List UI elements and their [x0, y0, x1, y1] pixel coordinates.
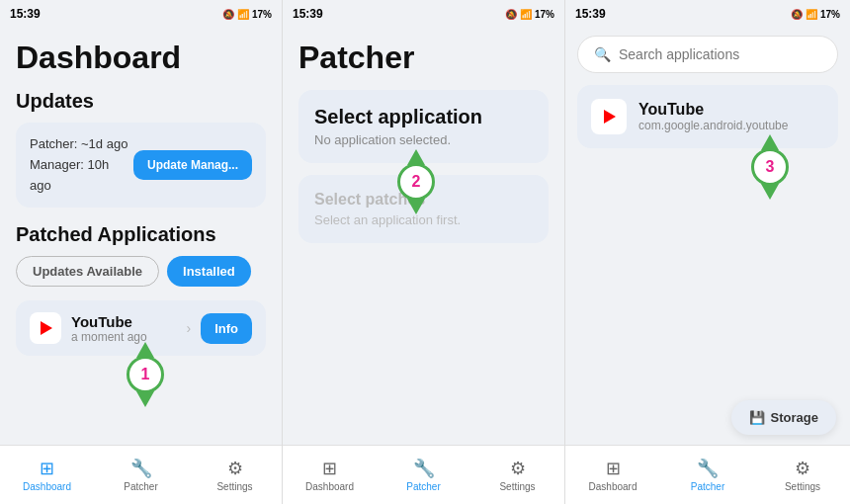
updates-text: Patcher: ~1d ago Manager: 10h ago	[30, 134, 133, 196]
app-name: YouTube	[71, 313, 177, 330]
step-circle-1: 1	[127, 356, 164, 393]
search-input[interactable]	[619, 46, 821, 62]
nav-dashboard-3[interactable]: ⊞ Dashboard	[583, 458, 642, 492]
storage-button[interactable]: 💾 Storage	[731, 400, 836, 435]
time-2: 15:39	[293, 7, 323, 21]
update-manager-button[interactable]: Update Manag...	[133, 150, 252, 180]
youtube-icon	[30, 312, 61, 344]
nav-dashboard-label-1: Dashboard	[23, 481, 71, 492]
search-panel: 15:39 🔕 📶 17% 🔍 YouTube com.google.andro…	[565, 0, 850, 504]
step-2-marker: 2	[397, 149, 435, 214]
settings-nav-icon-2: ⚙	[510, 458, 526, 479]
patcher-nav-icon-3: 🔧	[697, 458, 719, 479]
nav-patcher-label-1: Patcher	[124, 481, 157, 492]
patcher-nav-icon: 🔧	[130, 458, 152, 479]
updates-section-title: Updates	[16, 90, 266, 113]
nav-settings-label-3: Settings	[785, 481, 820, 492]
status-bar-1: 15:39 🔕 📶 17%	[0, 0, 282, 28]
chevron-icon: ›	[187, 320, 192, 336]
patcher-update-text: Patcher: ~1d ago	[30, 134, 133, 155]
nav-patcher-2[interactable]: 🔧 Patcher	[394, 458, 454, 492]
nav-dashboard-label-2: Dashboard	[305, 481, 354, 492]
nav-settings-label-2: Settings	[499, 481, 535, 492]
nav-settings-3[interactable]: ⚙ Settings	[773, 458, 832, 492]
status-bar-2: 15:39 🔕 📶 17%	[283, 0, 564, 28]
patcher-content: Patcher Select application No applicatio…	[283, 28, 564, 445]
dashboard-nav-icon-3: ⊞	[606, 458, 621, 479]
bottom-nav-2: ⊞ Dashboard 🔧 Patcher ⚙ Settings	[283, 445, 564, 504]
step-1-marker: 1	[127, 342, 164, 407]
patcher-title: Patcher	[298, 40, 549, 76]
tab-installed[interactable]: Installed	[167, 256, 251, 287]
select-app-card[interactable]: Select application No application select…	[298, 90, 549, 163]
nav-dashboard-1[interactable]: ⊞ Dashboard	[18, 458, 77, 492]
search-content: 🔍 YouTube com.google.android.youtube 3	[565, 28, 850, 445]
result-youtube-icon	[591, 99, 627, 134]
mute-icon: 🔕	[222, 9, 234, 20]
youtube-app-card[interactable]: YouTube a moment ago › Info 1	[16, 300, 266, 356]
result-info: YouTube com.google.android.youtube	[638, 101, 788, 132]
step-pin-2	[407, 199, 425, 214]
status-icons-2: 🔕 📶 17%	[505, 9, 554, 20]
status-icons-1: 🔕 📶 17%	[222, 9, 272, 20]
storage-icon: 💾	[749, 410, 765, 425]
nav-settings-label-1: Settings	[216, 481, 252, 492]
settings-nav-icon-3: ⚙	[795, 458, 810, 479]
bottom-nav-3: ⊞ Dashboard 🔧 Patcher ⚙ Settings	[565, 445, 850, 504]
status-icons-3: 🔕 📶 17%	[791, 9, 840, 20]
wifi-icon-2: 📶	[520, 9, 532, 20]
select-app-title: Select application	[314, 106, 533, 128]
time-1: 15:39	[10, 7, 41, 21]
battery-text-2: 17%	[535, 9, 554, 20]
status-bar-3: 15:39 🔕 📶 17%	[565, 0, 850, 28]
search-icon: 🔍	[594, 46, 611, 62]
tab-row: Updates Available Installed	[16, 256, 266, 287]
search-bar[interactable]: 🔍	[577, 36, 838, 73]
nav-settings-1[interactable]: ⚙ Settings	[206, 458, 265, 492]
dashboard-nav-icon: ⊞	[40, 458, 54, 479]
settings-nav-icon: ⚙	[227, 458, 243, 479]
result-pkg-name: com.google.android.youtube	[638, 119, 788, 132]
bottom-nav-1: ⊞ Dashboard 🔧 Patcher ⚙ Settings	[0, 445, 282, 504]
nav-settings-2[interactable]: ⚙ Settings	[488, 458, 548, 492]
nav-dashboard-2[interactable]: ⊞ Dashboard	[300, 458, 360, 492]
time-3: 15:39	[575, 7, 606, 21]
nav-patcher-3[interactable]: 🔧 Patcher	[678, 458, 737, 492]
storage-label: Storage	[771, 410, 818, 425]
nav-patcher-label-2: Patcher	[406, 481, 440, 492]
manager-update-text: Manager: 10h ago	[30, 155, 133, 197]
nav-dashboard-label-3: Dashboard	[589, 481, 638, 492]
nav-patcher-1[interactable]: 🔧 Patcher	[112, 458, 171, 492]
yt-play-triangle-result	[604, 110, 616, 124]
patched-apps-section-title: Patched Applications	[16, 223, 266, 246]
search-result-youtube[interactable]: YouTube com.google.android.youtube 3	[577, 85, 838, 148]
info-button[interactable]: Info	[201, 313, 252, 344]
wifi-icon: 📶	[237, 9, 249, 20]
mute-icon-3: 🔕	[791, 9, 803, 20]
dashboard-content: Dashboard Updates Patcher: ~1d ago Manag…	[0, 28, 282, 445]
step-circle-2: 2	[397, 163, 435, 201]
battery-text-3: 17%	[820, 9, 840, 20]
tab-updates-available[interactable]: Updates Available	[16, 256, 159, 287]
yt-play-triangle	[41, 321, 52, 335]
dashboard-nav-icon-2: ⊞	[322, 458, 337, 479]
result-app-name: YouTube	[638, 101, 788, 119]
battery-text-1: 17%	[252, 9, 272, 20]
step-circle-3: 3	[751, 148, 789, 186]
mute-icon-2: 🔕	[505, 9, 517, 20]
select-app-sub: No application selected.	[314, 132, 533, 147]
wifi-icon-3: 📶	[806, 9, 817, 20]
patcher-panel: 15:39 🔕 📶 17% Patcher Select application…	[283, 0, 565, 504]
step-pin-1	[136, 391, 154, 407]
patcher-nav-icon-2: 🔧	[413, 458, 435, 479]
nav-patcher-label-3: Patcher	[691, 481, 724, 492]
dashboard-title: Dashboard	[16, 40, 266, 76]
updates-card: Patcher: ~1d ago Manager: 10h ago Update…	[16, 123, 266, 208]
select-patches-sub: Select an application first.	[314, 212, 533, 227]
step-pin-3	[761, 184, 779, 200]
dashboard-panel: 15:39 🔕 📶 17% Dashboard Updates Patcher:…	[0, 0, 283, 504]
app-info: YouTube a moment ago	[71, 313, 177, 344]
step-3-marker: 3	[751, 134, 789, 200]
